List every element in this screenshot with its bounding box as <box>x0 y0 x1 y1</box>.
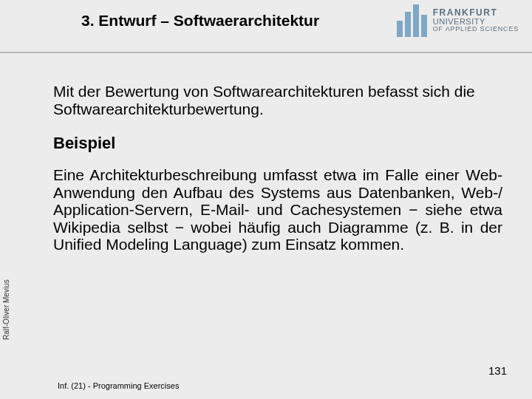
logo-text: FRANKFURT UNIVERSITY OF APPLIED SCIENCES <box>433 8 519 33</box>
example-paragraph: Eine Architekturbeschreibung umfasst etw… <box>53 166 502 253</box>
slide-title: 3. Entwurf – Softwaerarchitektur <box>81 12 319 30</box>
slide: 3. Entwurf – Softwaerarchitektur FRANKFU… <box>0 0 532 399</box>
logo-line3: OF APPLIED SCIENCES <box>433 26 519 33</box>
intro-paragraph: Mit der Bewertung von Softwarearchitektu… <box>53 83 502 117</box>
author-label: Ralf-Oliver Mevius <box>2 279 10 340</box>
slide-content: Mit der Bewertung von Softwarearchitektu… <box>53 83 502 253</box>
slide-header: 3. Entwurf – Softwaerarchitektur FRANKFU… <box>0 0 532 56</box>
subheading: Beispiel <box>53 134 502 153</box>
university-logo: FRANKFURT UNIVERSITY OF APPLIED SCIENCES <box>397 4 519 37</box>
logo-line1: FRANKFURT <box>433 8 519 18</box>
logo-bars-icon <box>397 4 427 37</box>
footer-text: Inf. (21) - Programming Exercises <box>58 381 179 390</box>
header-divider <box>0 52 532 53</box>
page-number: 131 <box>488 364 507 377</box>
